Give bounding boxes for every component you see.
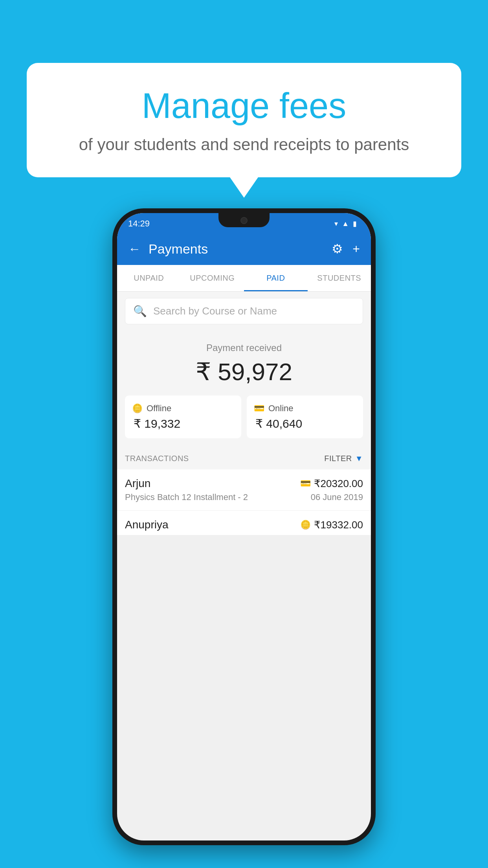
phone-notch — [218, 213, 270, 227]
speech-bubble: Manage fees of your students and send re… — [27, 63, 461, 177]
payment-summary: Payment received ₹ 59,972 🪙 Offline ₹ 19… — [117, 331, 371, 448]
search-icon: 🔍 — [133, 305, 147, 318]
transactions-header: TRANSACTIONS FILTER ▼ — [117, 448, 371, 469]
transactions-label: TRANSACTIONS — [125, 454, 189, 463]
battery-icon: ▮ — [353, 219, 357, 228]
search-bar[interactable]: 🔍 Search by Course or Name — [125, 298, 363, 324]
offline-icon: 🪙 — [132, 403, 143, 414]
transaction-amount-wrap: 💳 ₹20320.00 — [300, 478, 363, 490]
transaction-row-partial[interactable]: Anupriya 🪙 ₹19332.00 — [117, 511, 371, 535]
transaction-amount-2: ₹19332.00 — [314, 519, 363, 531]
camera-dot — [240, 217, 248, 224]
back-button[interactable]: ← — [128, 242, 141, 256]
transaction-row[interactable]: Arjun 💳 ₹20320.00 Physics Batch 12 Insta… — [117, 469, 371, 511]
signal-icon: ▲ — [342, 220, 349, 228]
payment-type-icon-offline: 🪙 — [300, 520, 311, 530]
transaction-date: 06 June 2019 — [311, 492, 363, 502]
transaction-course: Physics Batch 12 Installment - 2 — [125, 492, 248, 502]
search-container: 🔍 Search by Course or Name — [117, 292, 371, 331]
bubble-title: Manage fees — [50, 86, 438, 125]
wifi-icon: ▾ — [334, 219, 338, 228]
transaction-name: Arjun — [125, 477, 150, 490]
search-input[interactable]: Search by Course or Name — [153, 305, 277, 317]
tabs-bar: UNPAID UPCOMING PAID STUDENTS — [117, 265, 371, 292]
payment-received-label: Payment received — [125, 342, 363, 353]
tab-paid[interactable]: PAID — [244, 265, 308, 291]
online-amount: ₹ 40,640 — [254, 417, 356, 430]
tab-upcoming[interactable]: UPCOMING — [181, 265, 244, 291]
tab-students[interactable]: STUDENTS — [308, 265, 371, 291]
page-title: Payments — [149, 241, 324, 257]
tab-unpaid[interactable]: UNPAID — [117, 265, 181, 291]
status-time: 14:29 — [128, 219, 150, 229]
online-label: Online — [268, 403, 294, 414]
phone-mockup: 14:29 ▾ ▲ ▮ ← Payments ⚙ + — [112, 208, 376, 845]
transaction-amount-partial: 🪙 ₹19332.00 — [300, 519, 363, 531]
online-icon: 💳 — [254, 403, 264, 414]
payment-type-icon-online: 💳 — [300, 478, 311, 489]
status-icons: ▾ ▲ ▮ — [334, 219, 357, 228]
transaction-name-partial: Anupriya — [125, 519, 169, 531]
bubble-subtitle: of your students and send receipts to pa… — [50, 134, 438, 156]
filter-label: FILTER — [324, 454, 352, 463]
payment-total-amount: ₹ 59,972 — [125, 357, 363, 386]
add-icon[interactable]: + — [352, 242, 360, 256]
filter-button[interactable]: FILTER ▼ — [324, 454, 363, 463]
offline-card: 🪙 Offline ₹ 19,332 — [125, 395, 241, 438]
offline-amount: ₹ 19,332 — [132, 417, 234, 430]
settings-icon[interactable]: ⚙ — [332, 241, 343, 256]
filter-icon: ▼ — [355, 454, 363, 463]
online-card: 💳 Online ₹ 40,640 — [247, 395, 363, 438]
top-bar: ← Payments ⚙ + — [117, 233, 371, 265]
transaction-amount: ₹20320.00 — [314, 478, 363, 490]
offline-label: Offline — [147, 403, 171, 414]
